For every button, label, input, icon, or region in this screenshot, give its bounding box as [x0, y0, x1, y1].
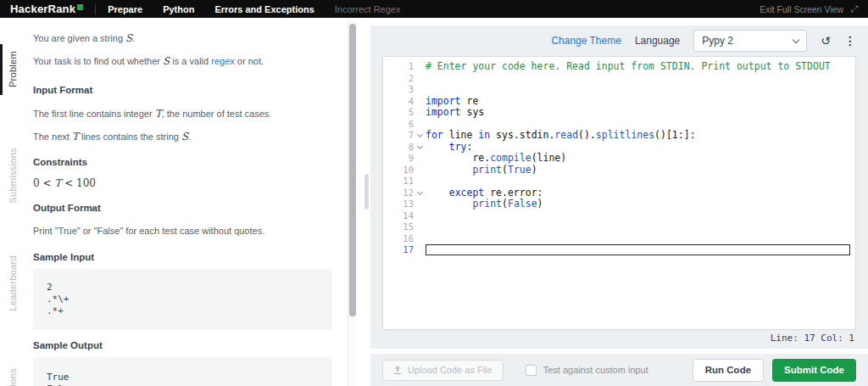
sample-input-line: .*\+ — [47, 294, 319, 305]
code-line[interactable]: 2 — [383, 73, 855, 85]
code-line[interactable]: 17 — [383, 244, 855, 256]
fold-chevron-icon[interactable] — [414, 187, 426, 199]
text-run: or not. — [235, 56, 264, 66]
code-text: import sys — [426, 107, 850, 119]
upload-code-button[interactable]: Upload Code as File — [382, 360, 504, 381]
run-code-button[interactable]: Run Code — [693, 359, 764, 382]
line-number: 1 — [383, 61, 414, 73]
line-number: 2 — [383, 73, 414, 85]
code-line[interactable]: 1# Enter your code here. Read input from… — [383, 61, 855, 73]
side-tabs: Problem Submissions Leaderboard Discussi… — [0, 18, 25, 386]
hackerrank-logo[interactable]: HackerRank — [10, 3, 83, 15]
language-select-value: Pypy 2 — [702, 35, 733, 47]
code-line[interactable]: 11 — [383, 176, 855, 187]
code-line[interactable]: 14 — [383, 210, 855, 222]
line-number: 8 — [383, 142, 414, 154]
submit-code-button[interactable]: Submit Code — [772, 359, 856, 382]
code-line[interactable]: 3 — [383, 84, 855, 96]
exit-fullscreen-button[interactable]: Exit Full Screen View ⤢ — [760, 3, 858, 14]
scrollbar-thumb[interactable] — [349, 24, 356, 316]
line-number: 17 — [383, 244, 414, 256]
line-number: 12 — [383, 187, 414, 199]
line-number: 16 — [383, 233, 414, 245]
heading-input-format: Input Format — [33, 85, 332, 95]
line-number: 6 — [383, 119, 414, 131]
code-line[interactable]: 16 — [383, 233, 855, 245]
code-text: # Enter your code here. Read input from … — [426, 61, 850, 73]
heading-sample-input: Sample Input — [33, 252, 332, 262]
code-editor[interactable]: 1# Enter your code here. Read input from… — [382, 56, 856, 330]
math-var-s: S — [181, 131, 188, 143]
reset-code-icon[interactable]: ↺ — [821, 35, 831, 47]
code-line[interactable]: 13 print(False) — [383, 199, 855, 210]
custom-input-toggle[interactable]: Test against custom input — [526, 365, 648, 376]
line-number: 10 — [383, 165, 414, 176]
tab-discussions-label: Discussions — [8, 368, 18, 386]
tab-submissions[interactable]: Submissions — [0, 143, 25, 208]
fullscreen-expand-icon: ⤢ — [850, 3, 858, 14]
tab-problem[interactable]: Problem — [0, 44, 25, 95]
regex-link[interactable]: regex — [211, 56, 235, 66]
line-number: 4 — [383, 96, 414, 108]
custom-input-checkbox[interactable] — [526, 365, 537, 376]
line-number: 3 — [383, 84, 414, 96]
input-format-line-2: The next T lines contains the string S. — [33, 130, 332, 144]
editor-toolbar: Change Theme Language Pypy 2 ↺ ⋮ — [370, 25, 868, 56]
sample-input-line: .*+ — [47, 305, 319, 317]
heading-sample-output: Sample Output — [33, 340, 332, 350]
code-lines: 1# Enter your code here. Read input from… — [383, 61, 855, 256]
tab-leaderboard[interactable]: Leaderboard — [0, 252, 25, 315]
screen: HackerRank Prepare Python Errors and Exc… — [0, 0, 868, 386]
nav-item-errors-and-exceptions[interactable]: Errors and Exceptions — [214, 4, 314, 14]
text-run: You are given a string — [33, 33, 125, 43]
kebab-menu-icon[interactable]: ⋮ — [844, 35, 856, 47]
math-var-t: T — [155, 108, 162, 120]
code-line[interactable]: 12 except re.error: — [383, 187, 855, 199]
code-line[interactable]: 15 — [383, 221, 855, 233]
code-text: for line in sys.stdin.read().splitlines(… — [426, 130, 850, 142]
tab-discussions[interactable]: Discussions — [0, 361, 25, 386]
line-number: 9 — [383, 153, 414, 165]
code-line[interactable]: 9 re.compile(line) — [383, 153, 855, 165]
text-run: The next — [33, 131, 72, 142]
constraints-expression: 0 < T < 100 — [33, 177, 332, 189]
nav-item-prepare[interactable]: Prepare — [108, 4, 142, 14]
code-text: try: — [426, 142, 850, 154]
line-number: 14 — [383, 210, 414, 222]
text-run: The first line contains integer — [33, 109, 155, 119]
code-line[interactable]: 4import re — [383, 96, 855, 108]
code-line[interactable]: 6 — [383, 119, 855, 131]
brand-green-square-icon — [77, 4, 83, 10]
fold-chevron-icon[interactable] — [414, 130, 426, 142]
text-run: lines contains the string — [79, 131, 181, 142]
text-run: . — [188, 131, 191, 142]
sample-output-block: TrueFalse — [33, 357, 332, 386]
top-navbar: HackerRank Prepare Python Errors and Exc… — [0, 0, 868, 18]
text-run: is a valid — [170, 56, 211, 66]
nav-item-incorrect-regex: Incorrect Regex — [335, 4, 401, 14]
problem-panel-scrollbar[interactable] — [348, 18, 356, 386]
code-text — [426, 244, 850, 255]
heading-constraints: Constraints — [33, 157, 332, 167]
code-line[interactable]: 7for line in sys.stdin.read().splitlines… — [383, 130, 855, 142]
code-line[interactable]: 10 print(True) — [383, 165, 855, 176]
output-format-text: Print "True" or "False" for each test ca… — [33, 225, 332, 238]
right-panel-scrollbar-thumb[interactable] — [364, 174, 369, 210]
nav-item-python[interactable]: Python — [163, 4, 194, 14]
language-label: Language — [635, 35, 680, 47]
line-number: 5 — [383, 107, 414, 119]
problem-statement-panel: You are given a string S. Your task is t… — [25, 18, 348, 386]
fold-chevron-icon[interactable] — [414, 142, 426, 154]
text-run: 0 < — [33, 177, 54, 189]
exit-fullscreen-label: Exit Full Screen View — [760, 4, 843, 14]
heading-output-format: Output Format — [33, 203, 332, 213]
language-select[interactable]: Pypy 2 — [693, 30, 807, 52]
code-text: except re.error: — [426, 187, 850, 199]
line-number: 11 — [383, 176, 414, 187]
code-line[interactable]: 5import sys — [383, 107, 855, 119]
code-line[interactable]: 8 try: — [383, 142, 855, 154]
change-theme-link[interactable]: Change Theme — [551, 35, 621, 47]
line-number: 15 — [383, 221, 414, 233]
problem-intro-1: You are given a string S. — [33, 31, 332, 46]
breadcrumb-nav: Prepare Python Errors and Exceptions Inc… — [108, 4, 400, 14]
